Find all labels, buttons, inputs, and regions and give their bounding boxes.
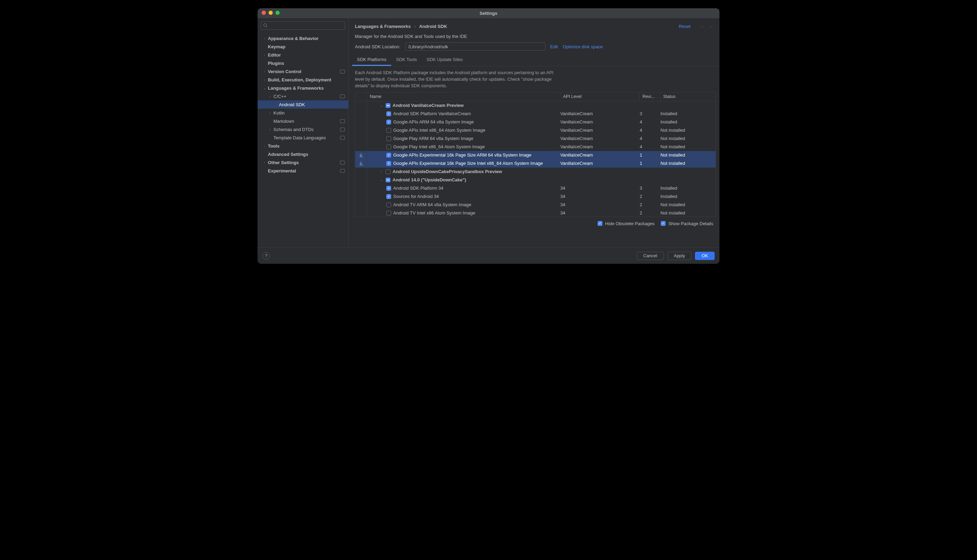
breadcrumb-current: Android SDK <box>419 24 447 29</box>
package-row[interactable]: Google APIs Intel x86_64 Atom System Ima… <box>355 126 716 135</box>
chevron-icon: ⌄ <box>380 103 383 107</box>
package-row[interactable]: Google APIs Experimental 16k Page Size A… <box>355 151 716 159</box>
sidebar-item[interactable]: ›Tools <box>258 142 348 150</box>
sidebar-item[interactable]: ›Other Settings <box>258 158 348 167</box>
chevron-icon: › <box>262 53 267 57</box>
col-rev[interactable]: Revi... <box>640 92 661 101</box>
chevron-icon: › <box>267 95 273 98</box>
reset-link[interactable]: Reset <box>679 24 691 29</box>
search-icon <box>263 23 268 28</box>
chevron-icon: › <box>267 111 273 115</box>
tab[interactable]: SDK Platforms <box>352 54 391 66</box>
download-icon <box>359 161 363 166</box>
sidebar-item[interactable]: Markdown <box>258 117 348 125</box>
sidebar-item[interactable]: ›C/C++ <box>258 92 348 100</box>
col-name[interactable]: Name <box>367 92 560 101</box>
package-row[interactable]: Google Play ARM 64 v8a System ImageVanil… <box>355 135 716 143</box>
forward-icon[interactable]: → <box>709 24 713 29</box>
back-icon[interactable]: ← <box>700 24 704 29</box>
sdk-location-input[interactable] <box>405 42 545 51</box>
scope-badge-icon <box>340 119 345 123</box>
optimize-link[interactable]: Optimize disk space <box>563 44 603 49</box>
chevron-icon: › <box>262 144 267 148</box>
checkbox-icon[interactable] <box>386 169 390 174</box>
sidebar: ›Appearance & BehaviorKeymap›EditorPlugi… <box>258 18 349 247</box>
checkbox-icon <box>661 221 666 226</box>
table-header: Name API Level Revi... Status <box>355 92 716 102</box>
package-row[interactable]: Android TV ARM 64 v8a System Image342Not… <box>355 201 716 209</box>
scope-badge-icon <box>340 128 345 132</box>
checkbox-icon[interactable] <box>386 178 390 182</box>
package-group[interactable]: ⌄Android 14.0 ("UpsideDownCake") <box>355 176 716 184</box>
sidebar-item[interactable]: Android SDK <box>258 100 348 108</box>
sidebar-item[interactable]: ›Kotlin <box>258 108 348 117</box>
ok-button[interactable]: OK <box>695 252 714 260</box>
sidebar-item[interactable]: ›Editor <box>258 51 348 59</box>
col-api[interactable]: API Level <box>560 92 640 101</box>
table-body[interactable]: ⌄Android VanillaIceCream PreviewAndroid … <box>355 102 716 217</box>
chevron-icon: ⌄ <box>380 178 383 182</box>
sidebar-item[interactable]: ›Version Control <box>258 67 348 75</box>
edit-link[interactable]: Edit <box>550 44 558 49</box>
checkbox-icon[interactable] <box>386 112 391 116</box>
show-details-toggle[interactable]: Show Package Details <box>661 221 713 226</box>
package-row[interactable]: Android TV Intel x86 Atom System Image34… <box>355 209 716 217</box>
checkbox-icon[interactable] <box>386 153 391 158</box>
sidebar-item[interactable]: Keymap <box>258 42 348 51</box>
checkbox-icon[interactable] <box>386 120 391 125</box>
checkbox-icon[interactable] <box>386 145 391 149</box>
sidebar-item[interactable]: Plugins <box>258 59 348 67</box>
checkbox-icon[interactable] <box>386 194 391 199</box>
tab-info-text: Each Android SDK Platform package includ… <box>349 66 570 92</box>
chevron-icon: › <box>262 161 267 165</box>
col-status[interactable]: Status <box>661 92 716 101</box>
sdk-location-label: Android SDK Location: <box>355 44 400 49</box>
breadcrumb-parent: Languages & Frameworks <box>355 24 411 29</box>
checkbox-icon[interactable] <box>386 128 391 133</box>
package-group[interactable]: ›Android UpsideDownCakePrivacySandbox Pr… <box>355 168 716 176</box>
close-icon[interactable] <box>262 11 266 15</box>
sidebar-item[interactable]: ›Schemas and DTDs <box>258 125 348 133</box>
checkbox-icon[interactable] <box>386 202 391 207</box>
checkbox-icon[interactable] <box>386 136 391 141</box>
sidebar-item[interactable]: Advanced Settings <box>258 150 348 158</box>
help-icon[interactable]: ? <box>263 252 270 260</box>
scope-badge-icon <box>340 161 345 165</box>
sidebar-item[interactable]: Template Data Languages <box>258 133 348 142</box>
package-row[interactable]: Android SDK Platform VanillaIceCreamVani… <box>355 110 716 118</box>
package-row[interactable]: Android SDK Platform 34343Installed <box>355 184 716 192</box>
chevron-right-icon: › <box>414 24 416 29</box>
checkbox-icon[interactable] <box>386 211 391 215</box>
cancel-button[interactable]: Cancel <box>637 252 664 260</box>
checkbox-icon <box>597 221 602 226</box>
checkbox-icon[interactable] <box>386 103 390 108</box>
window-controls <box>262 11 279 15</box>
hide-obsolete-toggle[interactable]: Hide Obsolete Packages <box>597 221 654 226</box>
package-group[interactable]: ⌄Android VanillaIceCream Preview <box>355 102 716 110</box>
package-row[interactable]: Google APIs ARM 64 v8a System ImageVanil… <box>355 118 716 126</box>
checkbox-icon[interactable] <box>386 161 391 166</box>
package-row[interactable]: Google APIs Experimental 16k Page Size I… <box>355 159 716 168</box>
checkbox-icon[interactable] <box>386 186 391 191</box>
dialog-footer: ? Cancel Apply OK <box>258 247 719 264</box>
scope-badge-icon <box>340 70 345 73</box>
minimize-icon[interactable] <box>269 11 273 15</box>
package-row[interactable]: Sources for Android 34342Installed <box>355 192 716 201</box>
sidebar-item[interactable]: ›Appearance & Behavior <box>258 34 348 42</box>
package-row[interactable]: Google Play Intel x86_64 Atom System Ima… <box>355 143 716 151</box>
zoom-icon[interactable] <box>276 11 279 15</box>
sidebar-item[interactable]: ⌄Languages & Frameworks <box>258 84 348 92</box>
tab[interactable]: SDK Tools <box>391 54 422 66</box>
search-input[interactable] <box>261 22 345 30</box>
apply-button[interactable]: Apply <box>668 252 692 260</box>
chevron-icon: › <box>262 70 267 73</box>
sidebar-item[interactable]: Experimental <box>258 167 348 175</box>
packages-table: Name API Level Revi... Status ⌄Android V… <box>355 92 716 217</box>
scope-badge-icon <box>340 169 345 173</box>
sdk-tabs: SDK PlatformsSDK ToolsSDK Update Sites <box>349 54 719 66</box>
window-title: Settings <box>480 11 497 16</box>
sidebar-item[interactable]: ›Build, Execution, Deployment <box>258 75 348 84</box>
chevron-icon: › <box>262 78 267 82</box>
tab[interactable]: SDK Update Sites <box>422 54 468 66</box>
download-icon <box>359 153 363 158</box>
